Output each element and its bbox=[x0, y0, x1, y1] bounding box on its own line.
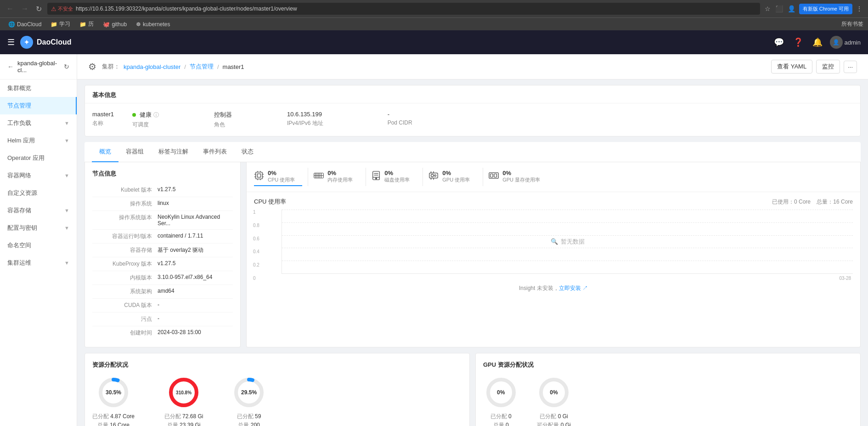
browser-action-buttons: ☆ ⬛ 👤 有新版 Chrome 可用 ⋮ bbox=[764, 4, 863, 14]
status-info-icon[interactable]: ⓘ bbox=[153, 111, 159, 119]
sidebar-item-cluster-overview[interactable]: 集群概览 bbox=[0, 80, 77, 97]
bookmark-learn[interactable]: 📁 学习 bbox=[47, 19, 74, 29]
bottom-sections: 资源分配状况 30.5% bbox=[85, 353, 861, 426]
gpu-mem-metric-pct: 0% bbox=[502, 170, 540, 176]
basic-info-ip: 10.6.135.199 IPv4/IPv6 地址 bbox=[287, 111, 323, 129]
help-icon[interactable]: ❓ bbox=[791, 35, 805, 49]
y-label-08: 0.8 bbox=[253, 223, 259, 228]
status-value: 健康 ⓘ bbox=[132, 111, 159, 119]
created-val: 2024-03-28 15:00 bbox=[152, 329, 233, 337]
y-label-06: 0.6 bbox=[253, 236, 259, 241]
chat-icon[interactable]: 💬 bbox=[772, 35, 786, 49]
new-chrome-button[interactable]: 有新版 Chrome 可用 bbox=[799, 4, 852, 14]
sidebar-item-operator-apps[interactable]: Operator 应用 bbox=[0, 149, 77, 167]
tab-events[interactable]: 事件列表 bbox=[196, 142, 234, 162]
view-yaml-button[interactable]: 查看 YAML bbox=[771, 60, 812, 74]
node-info-title: 节点信息 bbox=[92, 170, 233, 178]
tabs-bar: 概览 容器组 标签与注解 事件列表 状态 bbox=[85, 142, 861, 162]
extensions-icon[interactable]: ⬛ bbox=[774, 4, 784, 13]
cpu-metric-pct: 0% bbox=[268, 170, 295, 176]
sidebar-item-node-management[interactable]: 节点管理 bbox=[0, 97, 77, 114]
metric-memory[interactable]: 0% 内存使用率 bbox=[314, 168, 360, 186]
resource-allocation-grid: 30.5% 已分配 4.87 Core 总量 16 Core CPU 分配率 bbox=[92, 376, 462, 426]
pod-donut-label: 29.5% bbox=[241, 389, 257, 396]
hamburger-icon[interactable]: ☰ bbox=[7, 37, 15, 47]
sidebar-item-helm-apps[interactable]: Helm 应用 ▼ bbox=[0, 132, 77, 149]
breadcrumb-node-mgmt-link[interactable]: 节点管理 bbox=[190, 62, 214, 71]
menu-icon[interactable]: ⋮ bbox=[855, 4, 863, 13]
tab-container-group[interactable]: 容器组 bbox=[118, 142, 151, 162]
install-insight-link-chart[interactable]: 立即安装 ↗ bbox=[559, 285, 588, 291]
breadcrumb-cluster-label: 集群： bbox=[102, 62, 120, 71]
os-version-key: 操作系统版本 bbox=[92, 214, 152, 227]
tab-status[interactable]: 状态 bbox=[234, 142, 261, 162]
kernel-key: 内核版本 bbox=[92, 274, 152, 282]
star-icon[interactable]: ☆ bbox=[764, 4, 772, 13]
basic-info-status: 健康 ⓘ 可调度 bbox=[132, 111, 159, 129]
sidebar-item-custom-resources[interactable]: 自定义资源 bbox=[0, 184, 77, 202]
node-info-row-arch: 系统架构 amd64 bbox=[92, 285, 233, 299]
sidebar-item-workload[interactable]: 工作负载 ▼ bbox=[0, 114, 77, 132]
kubeproxy-val: v1.27.5 bbox=[152, 260, 233, 268]
node-info-row-kubelet: Kubelet 版本 v1.27.5 bbox=[92, 183, 233, 197]
status-text: 健康 bbox=[140, 111, 152, 119]
node-info-row-container-storage: 容器存储 基于 overlay2 驱动 bbox=[92, 244, 233, 257]
tab-labels-annotations[interactable]: 标签与注解 bbox=[151, 142, 196, 162]
gpu-mem-allocation-info: 已分配 0 Gi 可分配量 0 Gi bbox=[537, 412, 570, 426]
sidebar-item-container-storage-label: 容器存储 bbox=[7, 206, 31, 215]
bookmark-kubernetes[interactable]: ☸ kubernetes bbox=[132, 20, 174, 28]
breadcrumb-cluster-link[interactable]: kpanda-global-cluster bbox=[124, 63, 180, 70]
monitor-button[interactable]: 监控 bbox=[816, 60, 840, 74]
profile-icon[interactable]: 👤 bbox=[787, 4, 796, 13]
sidebar-item-container-network[interactable]: 容器网络 ▼ bbox=[0, 167, 77, 184]
chart-y-labels: 1 0.8 0.6 0.4 0.2 0 bbox=[253, 210, 259, 281]
y-label-0: 0 bbox=[253, 276, 259, 281]
sidebar-item-namespaces[interactable]: 命名空间 bbox=[0, 237, 77, 254]
arch-val: amd64 bbox=[152, 288, 233, 295]
svg-rect-30 bbox=[490, 174, 493, 177]
sidebar-back-button[interactable]: ← bbox=[7, 63, 14, 70]
bookmark-github[interactable]: 🐙 github bbox=[99, 20, 130, 28]
metric-gpu[interactable]: 0% GPU 使用率 bbox=[428, 168, 477, 186]
cpu-metric-icon bbox=[254, 170, 264, 183]
sidebar-refresh-icon[interactable]: ↻ bbox=[64, 63, 69, 70]
metric-gpu-mem[interactable]: 0% GPU 显存使用率 bbox=[489, 168, 547, 186]
resource-allocation-card: 资源分配状况 30.5% bbox=[85, 353, 470, 426]
metric-disk[interactable]: 0% 磁盘使用率 bbox=[372, 168, 417, 186]
gpu-card-total: 总量 0 bbox=[490, 421, 512, 426]
url-bar[interactable]: ⚠ 不安全 https://10.6.135.199:30322/kpanda/… bbox=[47, 3, 760, 15]
tab-overview[interactable]: 概览 bbox=[92, 142, 118, 162]
role-value: 控制器 bbox=[214, 111, 232, 119]
sidebar-item-container-storage[interactable]: 容器存储 ▼ bbox=[0, 202, 77, 219]
refresh-button[interactable]: ↻ bbox=[34, 4, 44, 14]
page-header-actions: 查看 YAML 监控 ··· bbox=[771, 60, 857, 74]
disk-metric-icon bbox=[372, 170, 381, 183]
cluster-breadcrumb-icon: ⚙ bbox=[88, 61, 96, 72]
url-text: https://10.6.135.199:30322/kpanda/cluste… bbox=[76, 6, 756, 12]
bookmark-history[interactable]: 📁 历 bbox=[76, 19, 97, 29]
gpu-metric-label: GPU 使用率 bbox=[442, 176, 470, 183]
svg-rect-31 bbox=[494, 174, 497, 177]
bell-icon[interactable]: 🔔 bbox=[811, 35, 824, 49]
metric-cpu[interactable]: 0% CPU 使用率 bbox=[254, 168, 302, 186]
basic-info-grid: master1 名称 健康 ⓘ 可调度 控制器 角色 bbox=[85, 103, 860, 136]
node-info-row-kubeproxy: KubeProxy 版本 v1.27.5 bbox=[92, 257, 233, 271]
svg-point-19 bbox=[376, 178, 377, 179]
svg-point-23 bbox=[431, 174, 434, 177]
sidebar-item-config-secrets[interactable]: 配置与密钥 ▼ bbox=[0, 219, 77, 237]
basic-info-role: 控制器 角色 bbox=[214, 111, 232, 129]
user-menu[interactable]: 👤 admin bbox=[830, 36, 861, 49]
cpu-allocation-item: 30.5% 已分配 4.87 Core 总量 16 Core CPU 分配率 bbox=[92, 376, 135, 426]
sidebar-item-custom-resources-label: 自定义资源 bbox=[7, 189, 37, 197]
sidebar-item-cluster-ops[interactable]: 集群运维 ▼ bbox=[0, 254, 77, 272]
forward-button[interactable]: → bbox=[19, 4, 30, 14]
kubernetes-icon: ☸ bbox=[136, 21, 141, 28]
all-bookmarks-btn[interactable]: 所有书签 bbox=[841, 20, 863, 28]
gpu-mem-donut-container: 0% bbox=[538, 376, 570, 409]
tab-content-overview: 节点信息 Kubelet 版本 v1.27.5 操作系统 linux 操作系统版… bbox=[85, 162, 861, 353]
memory-allocation-item: 310.8% 已分配 72.68 Gi 总量 23.39 Gi 内存分配率 In… bbox=[149, 376, 218, 426]
more-button[interactable]: ··· bbox=[844, 61, 857, 73]
github-icon: 🐙 bbox=[103, 21, 110, 28]
back-button[interactable]: ← bbox=[5, 4, 16, 14]
bookmark-daocloud[interactable]: 🌐 DaoCloud bbox=[5, 20, 45, 28]
